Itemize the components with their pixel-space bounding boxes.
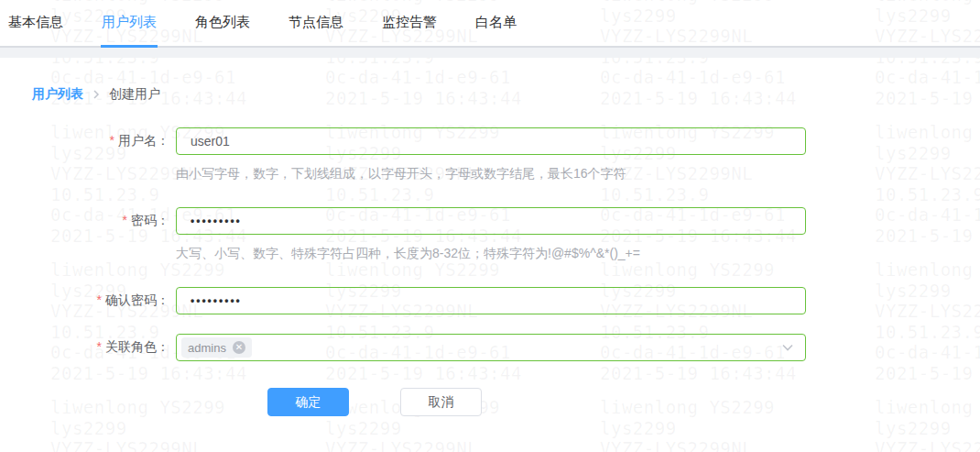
username-row: *用户名： user01 <box>32 127 980 155</box>
password-input[interactable]: ••••••••• <box>176 207 806 235</box>
required-asterisk: * <box>97 292 102 307</box>
confirm-password-row: *确认密码： ••••••••• <box>32 287 980 314</box>
cancel-button[interactable]: 取消 <box>400 388 482 416</box>
content-panel: 用户列表 创建用户 *用户名： user01 由小写字母，数字，下划线组成，以字… <box>0 58 980 416</box>
tab-bar: 基本信息 用户列表 角色列表 节点信息 监控告警 白名单 <box>0 0 980 48</box>
tag-close-icon[interactable]: ✕ <box>233 341 245 354</box>
chevron-down-icon[interactable] <box>781 343 794 352</box>
form-actions: 确定 取消 <box>32 388 980 416</box>
chevron-right-icon <box>92 89 101 100</box>
role-tag-label: admins <box>188 341 226 355</box>
tab-role-list[interactable]: 角色列表 <box>194 0 251 48</box>
tab-monitor-alert[interactable]: 监控告警 <box>381 0 438 48</box>
username-input[interactable]: user01 <box>176 127 806 155</box>
username-help-text: 由小写字母，数字，下划线组成，以字母开头，字母或数字结尾，最长16个字符 <box>176 165 626 182</box>
password-masked-value: ••••••••• <box>191 215 242 227</box>
breadcrumb-user-list[interactable]: 用户列表 <box>32 86 83 103</box>
roles-row: *关联角色： admins ✕ <box>32 334 980 361</box>
username-label: *用户名： <box>32 133 169 149</box>
required-asterisk: * <box>123 213 127 227</box>
confirm-password-masked-value: ••••••••• <box>191 294 242 307</box>
roles-select[interactable]: admins ✕ <box>176 334 806 361</box>
tab-node-info[interactable]: 节点信息 <box>288 0 344 48</box>
required-asterisk: * <box>97 339 102 354</box>
confirm-button[interactable]: 确定 <box>267 388 349 416</box>
breadcrumb: 用户列表 创建用户 <box>32 86 980 103</box>
confirm-password-label: *确认密码： <box>32 292 169 309</box>
confirm-password-input[interactable]: ••••••••• <box>176 287 806 314</box>
tab-user-list[interactable]: 用户列表 <box>101 0 158 48</box>
breadcrumb-current: 创建用户 <box>109 86 160 103</box>
section-divider <box>0 48 980 58</box>
create-user-form: *用户名： user01 由小写字母，数字，下划线组成，以字母开头，字母或数字结… <box>32 127 980 416</box>
role-tag-admins: admins ✕ <box>181 337 252 358</box>
password-row: *密码： ••••••••• <box>32 207 980 235</box>
roles-label: *关联角色： <box>32 339 169 356</box>
tab-basic-info[interactable]: 基本信息 <box>7 0 64 48</box>
username-value: user01 <box>191 134 230 149</box>
username-help-row: 由小写字母，数字，下划线组成，以字母开头，字母或数字结尾，最长16个字符 <box>32 165 980 182</box>
password-label: *密码： <box>32 213 169 229</box>
password-help-text: 大写、小写、数字、特殊字符占四种，长度为8-32位；特殊字符为!@#$%^&*(… <box>176 245 640 261</box>
password-help-row: 大写、小写、数字、特殊字符占四种，长度为8-32位；特殊字符为!@#$%^&*(… <box>32 245 980 261</box>
tab-whitelist[interactable]: 白名单 <box>474 0 517 48</box>
required-asterisk: * <box>110 133 114 148</box>
